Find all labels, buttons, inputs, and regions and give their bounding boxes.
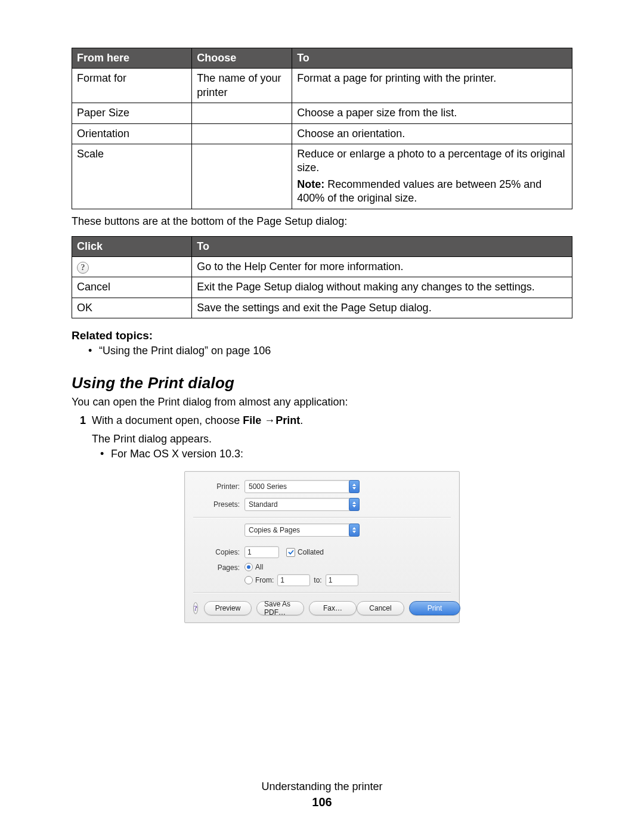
os-version-item: For Mac OS X version 10.3: <box>100 448 572 460</box>
table-row: Orientation Choose an orientation. <box>72 123 572 144</box>
presets-select[interactable]: Standard <box>244 498 360 511</box>
printer-select[interactable]: 5000 Series <box>244 480 360 493</box>
copies-input[interactable]: 1 <box>244 546 279 558</box>
related-topics-list: “Using the Print dialog” on page 106 <box>88 345 572 357</box>
related-topics-heading: Related topics: <box>72 329 572 342</box>
manual-page: From here Choose To Format for The name … <box>0 0 644 833</box>
step1-pre: With a document open, choose <box>92 414 243 426</box>
cell: Format a page for printing with the prin… <box>292 69 572 103</box>
os-version-list: For Mac OS X version 10.3: <box>100 448 572 460</box>
step1-period: . <box>300 414 303 426</box>
cell <box>192 123 292 144</box>
radio-all <box>244 563 253 571</box>
cancel-button[interactable]: Cancel <box>357 601 404 615</box>
cell: Format for <box>72 69 192 103</box>
table-row: OK Save the settings and exit the Page S… <box>72 298 572 318</box>
from-label: From: <box>255 576 274 584</box>
pages-label: Pages: <box>193 563 244 572</box>
page-setup-buttons-table: Click To ? Go to the Help Center for mor… <box>72 236 572 319</box>
dialog-footer: ? Preview Save As PDF… Fax… Cancel Print <box>193 601 451 615</box>
collated-checkbox[interactable] <box>286 548 295 557</box>
chevron-updown-icon <box>349 498 360 511</box>
section-intro: You can open the Print dialog from almos… <box>72 396 572 408</box>
pages-row: Pages: All From: 1 to: 1 <box>193 563 451 586</box>
cell: OK <box>72 298 192 318</box>
pages-all-option[interactable]: All <box>244 563 362 571</box>
table-header-row: From here Choose To <box>72 48 572 69</box>
printer-label: Printer: <box>193 482 244 491</box>
to-label: to: <box>314 576 321 584</box>
table-row: Scale Reduce or enlarge a photo to a per… <box>72 144 572 209</box>
steps-list: With a document open, choose File → Prin… <box>80 414 572 427</box>
printer-row: Printer: 5000 Series <box>193 480 451 493</box>
scale-note: Note: Recommended values are between 25%… <box>297 178 567 206</box>
note-label: Note: <box>297 178 324 190</box>
th-choose: Choose <box>192 48 292 69</box>
copies-label: Copies: <box>193 548 244 556</box>
page-footer: Understanding the printer 106 <box>0 781 644 809</box>
chapter-title: Understanding the printer <box>0 781 644 793</box>
cell: The name of your printer <box>192 69 292 103</box>
cell: Save the settings and exit the Page Setu… <box>192 298 572 318</box>
cell: Cancel <box>72 277 192 298</box>
help-icon: ? <box>77 262 89 274</box>
th-from-here: From here <box>72 48 192 69</box>
copies-row: Copies: 1 Collated <box>193 546 451 558</box>
table-row: ? Go to the Help Center for more informa… <box>72 256 572 277</box>
copies-value: 1 <box>247 548 252 556</box>
cell: Exit the Page Setup dialog without makin… <box>192 277 572 298</box>
cell: Choose a paper size from the list. <box>292 103 572 123</box>
table-row: Paper Size Choose a paper size from the … <box>72 103 572 123</box>
to-input[interactable]: 1 <box>326 574 358 586</box>
scale-desc: Reduce or enlarge a photo to a percentag… <box>297 147 567 175</box>
save-as-pdf-button[interactable]: Save As PDF… <box>256 601 304 615</box>
collated-label: Collated <box>298 548 324 556</box>
print-button[interactable]: Print <box>409 601 460 615</box>
cell: Orientation <box>72 123 192 144</box>
th-to: To <box>292 48 572 69</box>
section-heading-print-dialog: Using the Print dialog <box>72 374 572 392</box>
th-click: Click <box>72 236 192 256</box>
table-row: Format for The name of your printer Form… <box>72 69 572 103</box>
cell: Go to the Help Center for more informati… <box>192 256 572 277</box>
step-1: With a document open, choose File → Prin… <box>80 414 572 427</box>
cell <box>192 103 292 123</box>
table-header-row: Click To <box>72 236 572 256</box>
pane-value: Copies & Pages <box>249 526 300 534</box>
note-text: Recommended values are between 25% and 4… <box>297 178 541 204</box>
printer-value: 5000 Series <box>249 482 287 491</box>
related-topic-item: “Using the Print dialog” on page 106 <box>88 345 572 357</box>
cell: Reduce or enlarge a photo to a percentag… <box>292 144 572 209</box>
radio-from <box>244 576 253 584</box>
divider <box>193 592 451 593</box>
divider <box>193 517 451 518</box>
chevron-updown-icon <box>349 480 360 493</box>
chevron-updown-icon <box>349 524 360 537</box>
from-input[interactable]: 1 <box>277 574 310 586</box>
pane-row: Copies & Pages <box>193 524 451 537</box>
cell: Paper Size <box>72 103 192 123</box>
presets-value: Standard <box>249 500 278 509</box>
between-tables-text: These buttons are at the bottom of the P… <box>72 215 572 228</box>
cell: Choose an orientation. <box>292 123 572 144</box>
fax-button[interactable]: Fax… <box>309 601 357 615</box>
arrow-icon: → <box>264 414 273 427</box>
print-dialog: Printer: 5000 Series Presets: Standard C… <box>184 471 460 623</box>
cell: Scale <box>72 144 192 209</box>
pane-select[interactable]: Copies & Pages <box>244 524 360 537</box>
step1-file: File <box>243 414 261 426</box>
pages-range-option[interactable]: From: 1 to: 1 <box>244 574 362 586</box>
all-label: All <box>255 563 263 571</box>
table-row: Cancel Exit the Page Setup dialog withou… <box>72 277 572 298</box>
page-number: 106 <box>0 795 644 809</box>
cell <box>192 144 292 209</box>
help-icon[interactable]: ? <box>193 602 198 614</box>
page-setup-options-table: From here Choose To Format for The name … <box>72 48 572 209</box>
step1-print: Print <box>275 414 300 426</box>
presets-row: Presets: Standard <box>193 498 451 511</box>
step1-sub: The Print dialog appears. <box>92 433 572 445</box>
help-icon-cell: ? <box>72 256 192 277</box>
preview-button[interactable]: Preview <box>204 601 252 615</box>
presets-label: Presets: <box>193 500 244 509</box>
th-to: To <box>192 236 572 256</box>
